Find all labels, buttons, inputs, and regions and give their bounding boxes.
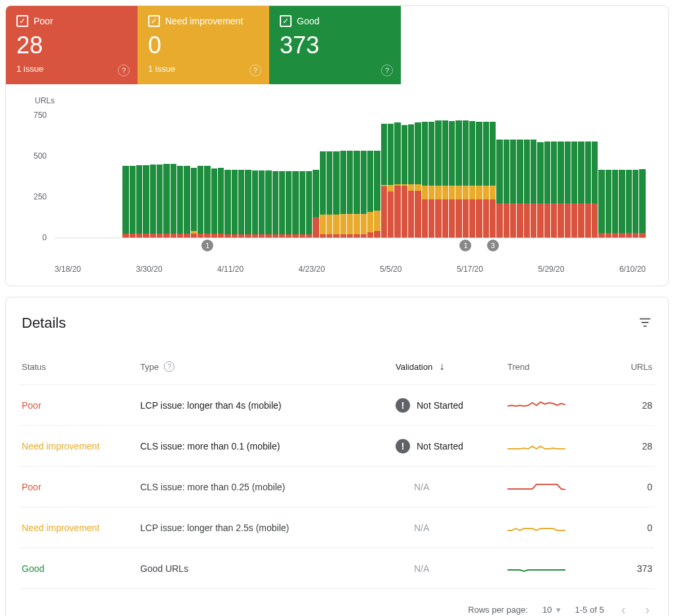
chart-bar[interactable] xyxy=(122,166,128,238)
chart-bar[interactable] xyxy=(598,170,604,238)
chart-bar[interactable] xyxy=(191,168,197,238)
chart-bar[interactable] xyxy=(353,151,359,238)
chart-bar[interactable] xyxy=(245,170,251,238)
chart-bar[interactable] xyxy=(347,151,353,238)
chart-bar[interactable] xyxy=(504,140,509,238)
chart-bar[interactable] xyxy=(388,124,394,238)
filter-icon[interactable] xyxy=(638,315,652,332)
chart-bar[interactable] xyxy=(585,141,591,238)
chart-bar[interactable] xyxy=(469,121,475,238)
chart-bar[interactable] xyxy=(537,142,543,238)
table-row[interactable]: GoodGood URLsN/A373 xyxy=(19,548,655,589)
col-header-trend[interactable]: Trend xyxy=(507,362,600,372)
prev-page-button[interactable]: ‹ xyxy=(619,600,629,616)
chart-bar[interactable] xyxy=(204,166,210,238)
chart-bar[interactable] xyxy=(408,124,414,238)
chart-bar[interactable] xyxy=(442,120,448,238)
col-header-validation[interactable]: Validation ↓ xyxy=(396,361,507,372)
col-header-type[interactable]: Type ? xyxy=(140,361,396,372)
chart-bar[interactable] xyxy=(578,141,584,238)
chart-bar[interactable] xyxy=(422,122,428,238)
chart-bar[interactable] xyxy=(639,169,645,238)
checkbox-checked-icon[interactable]: ✓ xyxy=(148,15,160,27)
chart-bar[interactable] xyxy=(184,166,190,238)
chart-bar[interactable] xyxy=(496,140,502,238)
tile-good[interactable]: ✓ Good 373 ? xyxy=(269,6,401,84)
tile-need-improvement[interactable]: ✓ Need improvement 0 1 issue ? xyxy=(138,6,269,84)
help-icon[interactable]: ? xyxy=(249,64,261,76)
chart-bar[interactable] xyxy=(606,170,611,238)
chart-bar[interactable] xyxy=(177,166,183,238)
chart-bar[interactable] xyxy=(333,151,339,238)
chart-bar[interactable] xyxy=(428,122,434,238)
checkbox-checked-icon[interactable]: ✓ xyxy=(16,15,28,27)
chart-bar[interactable] xyxy=(394,122,400,238)
event-badge[interactable]: 1 xyxy=(201,240,213,251)
chart-bar[interactable] xyxy=(565,141,571,238)
chart-bar[interactable] xyxy=(551,141,557,238)
chart-bar[interactable] xyxy=(326,151,332,238)
chart-bar[interactable] xyxy=(136,165,142,238)
chart-bars[interactable] xyxy=(55,111,646,238)
chart-bar[interactable] xyxy=(265,170,271,238)
chart-bar[interactable] xyxy=(218,168,224,238)
help-icon[interactable]: ? xyxy=(118,64,130,76)
chart-bar[interactable] xyxy=(313,170,319,238)
chart-bar[interactable] xyxy=(259,170,265,238)
chart-bar[interactable] xyxy=(130,166,136,238)
chart-bar[interactable] xyxy=(524,140,530,238)
chart-bar[interactable] xyxy=(361,151,367,238)
chart-bar[interactable] xyxy=(299,171,305,238)
chart-bar[interactable] xyxy=(633,170,638,238)
event-badge[interactable]: 1 xyxy=(459,240,471,251)
col-header-status[interactable]: Status xyxy=(22,362,140,372)
chart-bar[interactable] xyxy=(306,171,312,238)
next-page-button[interactable]: › xyxy=(642,600,652,616)
chart-bar[interactable] xyxy=(150,165,156,238)
col-header-urls[interactable]: URLs xyxy=(600,362,652,372)
chart-bar[interactable] xyxy=(143,165,149,238)
rows-per-page-select[interactable]: 10 ▾ xyxy=(542,605,560,615)
chart-bar[interactable] xyxy=(340,151,346,238)
table-row[interactable]: Need improvementCLS issue: more than 0.1… xyxy=(19,426,655,467)
chart-bar[interactable] xyxy=(272,171,278,238)
chart-bar[interactable] xyxy=(224,170,230,238)
chart-bar[interactable] xyxy=(232,170,238,238)
checkbox-checked-icon[interactable]: ✓ xyxy=(280,15,292,27)
chart-bar[interactable] xyxy=(279,171,285,238)
chart-bar[interactable] xyxy=(163,164,169,238)
chart-bar[interactable] xyxy=(626,170,632,238)
chart-bar[interactable] xyxy=(463,120,469,238)
chart-bar[interactable] xyxy=(320,151,326,238)
chart-bar[interactable] xyxy=(252,170,258,238)
chart-bar[interactable] xyxy=(415,122,421,238)
chart-bar[interactable] xyxy=(367,151,373,238)
chart-bar[interactable] xyxy=(449,121,455,238)
chart-bar[interactable] xyxy=(170,164,176,238)
table-row[interactable]: PoorCLS issue: more than 0.25 (mobile)N/… xyxy=(19,467,655,507)
chart-bar[interactable] xyxy=(490,122,496,238)
chart-bar[interactable] xyxy=(455,120,461,238)
chart-bar[interactable] xyxy=(612,170,618,238)
chart-bar[interactable] xyxy=(544,141,550,238)
chart-bar[interactable] xyxy=(197,166,203,238)
chart-bar[interactable] xyxy=(557,141,563,238)
help-icon[interactable]: ? xyxy=(381,64,393,76)
chart-bar[interactable] xyxy=(292,171,298,238)
chart-bar[interactable] xyxy=(571,141,577,238)
chart-bar[interactable] xyxy=(619,170,625,238)
chart-bar[interactable] xyxy=(286,171,292,238)
help-icon[interactable]: ? xyxy=(164,361,174,372)
chart-bar[interactable] xyxy=(435,120,441,238)
chart-bar[interactable] xyxy=(374,151,380,238)
chart-bar[interactable] xyxy=(510,140,516,238)
chart-bar[interactable] xyxy=(381,124,387,238)
chart-bar[interactable] xyxy=(531,140,536,238)
chart-bar[interactable] xyxy=(157,165,163,238)
chart-bar[interactable] xyxy=(476,122,482,238)
chart-bar[interactable] xyxy=(592,141,598,238)
table-row[interactable]: PoorLCP issue: longer than 4s (mobile)!N… xyxy=(19,385,655,426)
chart-bar[interactable] xyxy=(517,140,523,238)
table-row[interactable]: Need improvementLCP issue: longer than 2… xyxy=(19,507,655,548)
chart-bar[interactable] xyxy=(211,168,217,238)
